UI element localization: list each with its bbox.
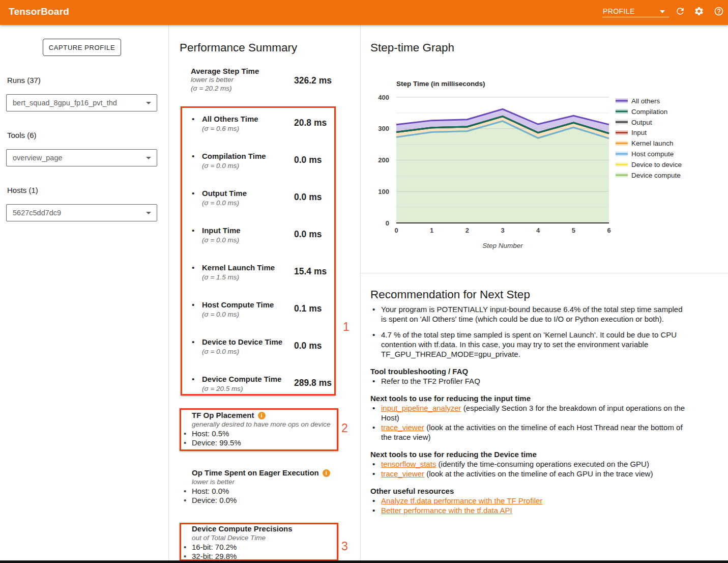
recommendation-title: Recommendation for Next Step <box>370 288 530 301</box>
bullet: • <box>192 337 194 346</box>
average-step-time-note: lower is better <box>191 76 259 85</box>
svg-text:100: 100 <box>378 188 389 195</box>
annotation-2: 2 <box>341 423 348 434</box>
svg-text:5: 5 <box>572 227 575 234</box>
recommendation-item: Better performance with the tf.data API <box>370 505 688 515</box>
recommendation-item: tensorflow_stats (identify the time-cons… <box>370 459 688 469</box>
selector-label-1: Tools (6) <box>7 131 37 139</box>
breakdown-value: 0.0 ms <box>294 155 322 165</box>
bullet: • <box>192 115 194 123</box>
tf-op-placement: TF Op Placementi generally desired to ha… <box>181 410 337 448</box>
annotation-box-3: Device Compute Precisions out of Total D… <box>180 523 338 561</box>
breakdown-value: 15.4 ms <box>294 266 327 277</box>
dashboard-selected-value: PROFILE <box>603 7 635 15</box>
selector-value: overview_page <box>13 154 63 162</box>
svg-text:Device to device: Device to device <box>631 161 682 168</box>
info-icon[interactable]: i <box>323 469 330 477</box>
breakdown-row-1: •Compilation Time(σ = 0.0 ms)0.0 ms <box>192 152 337 170</box>
bullet: • <box>192 226 194 235</box>
dashboard-selector[interactable]: PROFILE <box>602 4 669 17</box>
recommendation-link[interactable]: Better performance with the tf.data API <box>381 506 512 515</box>
selector-dropdown-1[interactable]: overview_page <box>6 149 157 166</box>
device-compute-precisions: Device Compute Precisions out of Total D… <box>181 524 337 561</box>
average-step-time-sigma: (σ = 20.2 ms) <box>191 85 259 93</box>
recommendation-link[interactable]: input_pipeline_analyzer <box>381 404 461 412</box>
selector-value: bert_squad_8gpu_fp16_pvt_thd <box>13 99 117 107</box>
chevron-down-icon <box>660 10 665 13</box>
capture-profile-button[interactable]: CAPTURE PROFILE <box>43 39 121 56</box>
eager-host: Host: 0.0% <box>192 487 344 496</box>
bottom-divider <box>0 560 728 563</box>
tensorboard-profile-page: TensorBoard PROFILE CAPTURE PROFILE Runs… <box>0 0 728 563</box>
breakdown-value: 0.0 ms <box>294 341 322 351</box>
recommendation-item: Analyze tf.data performance with the TF … <box>370 496 688 505</box>
sidebar-divider <box>168 25 169 563</box>
step-time-chart: 01002003004000123456Step Time (in millis… <box>361 25 728 273</box>
recommendation-link[interactable]: trace_viewer <box>381 469 424 478</box>
section-divider <box>361 273 728 273</box>
eager-device: Device: 0.0% <box>192 496 344 505</box>
recommendation-content: Your program is POTENTIALLY input-bound … <box>370 304 716 515</box>
recommendation-link[interactable]: Analyze tf.data performance with the TF … <box>381 496 542 505</box>
tf-op-placement-host: Host: 0.5% <box>192 429 337 439</box>
info-icon[interactable]: i <box>258 412 266 419</box>
recommendation-link[interactable]: trace_viewer <box>381 423 424 432</box>
bullet: • <box>192 263 194 272</box>
breakdown-row-6: •Device to Device Time(σ = 0.0 ms)0.0 ms <box>192 337 337 356</box>
breakdown-row-3: •Input Time(σ = 0.0 ms)0.0 ms <box>192 226 337 244</box>
svg-text:200: 200 <box>378 156 389 164</box>
recommendation-heading-0: Tool troubleshooting / FAQ <box>370 367 716 376</box>
svg-text:Step Number: Step Number <box>482 242 523 249</box>
average-step-time: Average Step Time lower is better (σ = 2… <box>191 67 259 93</box>
svg-text:4: 4 <box>536 227 540 234</box>
selector-label-0: Runs (37) <box>7 76 41 85</box>
recommendation-item: trace_viewer (look at the activities on … <box>370 469 688 478</box>
selector-dropdown-0[interactable]: bert_squad_8gpu_fp16_pvt_thd <box>6 94 157 111</box>
refresh-icon[interactable] <box>675 6 685 16</box>
eager-execution: Op Time Spent on Eager Executioni lower … <box>192 468 344 505</box>
svg-text:Kernel launch: Kernel launch <box>631 139 674 147</box>
tf-op-placement-title: TF Op Placement <box>192 411 254 420</box>
app-header: TensorBoard PROFILE <box>0 0 728 25</box>
annotation-3: 3 <box>341 541 348 552</box>
breakdown-value: 0.0 ms <box>294 229 322 240</box>
breakdown-row-5: •Host Compute Time(σ = 0.0 ms)0.1 ms <box>192 300 337 319</box>
gear-icon[interactable] <box>694 6 704 16</box>
breakdown-value: 0.1 ms <box>294 303 322 314</box>
eager-execution-title: Op Time Spent on Eager Execution <box>192 468 319 477</box>
selector-dropdown-2[interactable]: 5627c5dd7dc9 <box>6 204 157 221</box>
average-step-time-value: 326.2 ms <box>294 75 332 86</box>
selector-value: 5627c5dd7dc9 <box>13 209 61 217</box>
breakdown-row-0: •All Others Time(σ = 0.6 ms)20.8 ms <box>192 115 337 133</box>
annotation-box-2: TF Op Placementi generally desired to ha… <box>180 408 338 451</box>
eager-execution-note: lower is better <box>192 477 344 487</box>
bullet: • <box>192 152 194 160</box>
svg-text:All others: All others <box>631 97 660 105</box>
recommendation-item: Refer to the TF2 Profiler FAQ <box>370 376 688 386</box>
recommendation-bullet-0: Your program is POTENTIALLY input-bound … <box>370 304 688 324</box>
svg-text:Device compute: Device compute <box>631 172 681 179</box>
precisions-title: Device Compute Precisions <box>192 524 293 533</box>
tf-op-placement-note: generally desired to have more ops on de… <box>192 420 337 429</box>
selector-label-2: Hosts (1) <box>7 186 38 194</box>
svg-text:Compilation: Compilation <box>631 108 667 116</box>
chevron-down-icon <box>146 212 151 214</box>
svg-text:0: 0 <box>386 219 389 227</box>
svg-text:3: 3 <box>501 227 504 234</box>
svg-text:300: 300 <box>378 125 389 132</box>
help-icon[interactable] <box>714 6 724 16</box>
breakdown-row-2: •Output Time(σ = 0.0 ms)0.0 ms <box>192 189 337 207</box>
app-title: TensorBoard <box>9 6 69 17</box>
recommendation-heading-2: Next tools to use for reducing the Devic… <box>370 449 716 459</box>
svg-text:0: 0 <box>394 227 398 234</box>
svg-text:Input: Input <box>631 129 647 136</box>
recommendation-item: trace_viewer (look at the activities on … <box>370 423 688 442</box>
breakdown-row-4: •Kernel Launch Time(σ = 1.5 ms)15.4 ms <box>192 263 337 282</box>
svg-text:1: 1 <box>430 227 433 234</box>
recommendation-link[interactable]: tensorflow_stats <box>381 460 436 468</box>
bullet: • <box>192 375 194 383</box>
breakdown-value: 289.8 ms <box>294 378 332 388</box>
recommendation-heading-3: Other useful resources <box>370 486 716 496</box>
svg-text:Step Time (in milliseconds): Step Time (in milliseconds) <box>396 80 485 88</box>
svg-text:2: 2 <box>465 227 469 234</box>
